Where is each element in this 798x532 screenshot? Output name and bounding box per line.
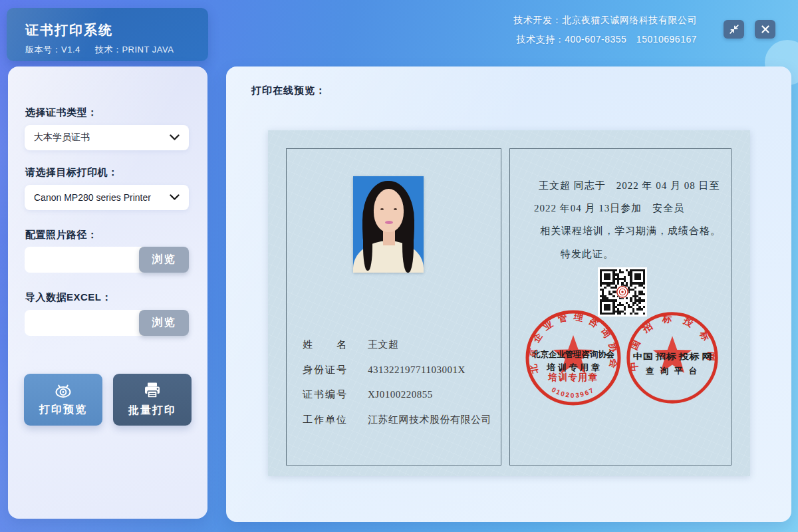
field-label: 姓 名 [303,338,353,351]
field-value: XJ0100220855 [368,389,433,400]
version-label: 版本号：V1.4 [25,45,80,55]
field-value: 43132219771103001X [368,364,466,375]
stamp-seal-text: 查 询 平 台 [645,366,699,376]
photo-path-label: 配置照片路径： [25,229,98,241]
photo-path-input[interactable] [25,247,147,273]
close-button[interactable] [755,20,775,39]
printer-select[interactable]: Canon MP280 series Printer [25,185,189,210]
certificate-preview: 姓 名王文超 身份证号43132219771103001X 证书编号XJ0100… [268,130,750,476]
cert-body-line: 相关课程培训，学习期满，成绩合格。 [540,225,721,237]
app-version-line: 版本号：V1.4 技术：PRINT JAVA [25,44,174,56]
compress-icon [728,23,740,35]
stamp-org-text: 北京企业管理咨询协会 [531,349,614,359]
tech-label: 技术：PRINT JAVA [95,45,174,55]
print-preview-button[interactable]: 打印预览 [24,374,102,426]
batch-print-label: 批量打印 [128,404,176,418]
batch-print-button[interactable]: 批量打印 [113,374,192,426]
photo-face [374,189,404,232]
field-label: 证书编号 [303,388,353,401]
cert-type-value: 大本学员证书 [34,132,170,144]
cert-field-row: 身份证号43132219771103001X [303,364,466,376]
dev-line: 技术开发：北京夜猫天诚网络科技有限公司 [514,11,698,30]
cert-field-row: 工作单位江苏红网技术股份有限公司 [303,414,491,426]
close-icon [761,25,770,34]
chevron-down-icon [170,194,180,201]
excel-label: 导入数据EXCEL： [25,291,112,304]
cert-body-line: 王文超 同志于 2022 年 04 月 08 日至 [539,180,720,192]
support-line: 技术支持：400-607-8355 15010696167 [514,30,698,49]
cert-field-row: 证书编号XJ0100220855 [303,388,433,401]
photo-hair-strand [363,217,372,271]
photo-hair-strand [402,215,414,273]
field-label: 身份证号 [303,364,353,376]
preview-title: 打印在线预览： [251,84,326,97]
excel-input[interactable] [25,310,147,336]
stamp-seal-text: 培 训 专 用 章 [546,362,599,372]
printer-icon [143,382,162,399]
print-preview-label: 打印预览 [39,403,87,417]
main-panel: 打印在线预览： 姓 名王文超 身 [226,66,791,522]
cert-type-label: 选择证书类型： [25,106,98,119]
cert-field-row: 姓 名王文超 [303,338,399,351]
photo-browse-button[interactable]: 浏览 [139,247,189,273]
photo-lips [385,221,393,224]
minimize-button[interactable] [724,20,744,39]
cert-body-line: 特发此证。 [561,248,614,261]
id-photo [353,176,424,273]
photo-eye [394,208,397,210]
field-label: 工作单位 [303,414,353,426]
eye-icon [53,382,73,398]
photo-path-row: 浏览 [25,247,189,273]
stamp-bidding-seal: 中国招标投标网 中国 招标 投标 网 查 询 平 台 [624,310,720,406]
field-value: 江苏红网技术股份有限公司 [368,414,491,425]
chevron-down-icon [170,134,180,141]
sidebar: 选择证书类型： 大本学员证书 请选择目标打印机： Canon MP280 ser… [8,66,207,519]
stamp-training-seal: 北京企业管理咨询协会 北京企业管理咨询协会 培 训 专 用 章 培训专用章 11… [523,308,623,408]
photo-eye [380,208,384,210]
support-info: 技术开发：北京夜猫天诚网络科技有限公司 技术支持：400-607-8355 15… [514,11,698,49]
stamp-org-text: 中国 招标 投标 网 [632,352,712,361]
stamp-seal-red-text: 培训专用章 [548,372,598,382]
excel-browse-button[interactable]: 浏览 [139,310,189,336]
printer-label: 请选择目标打印机： [25,166,118,179]
printer-value: Canon MP280 series Printer [34,192,170,203]
app-window: 证书打印系统 版本号：V1.4 技术：PRINT JAVA 技术开发：北京夜猫天… [0,0,798,532]
page-title: 证书打印系统 [25,21,113,39]
cert-body-line: 2022 年04 月 13日参加 安全员 [534,202,684,215]
cert-type-select[interactable]: 大本学员证书 [25,125,189,150]
field-value: 王文超 [368,339,399,350]
app-header-card: 证书打印系统 版本号：V1.4 技术：PRINT JAVA [7,8,208,61]
excel-row: 浏览 [25,310,189,336]
